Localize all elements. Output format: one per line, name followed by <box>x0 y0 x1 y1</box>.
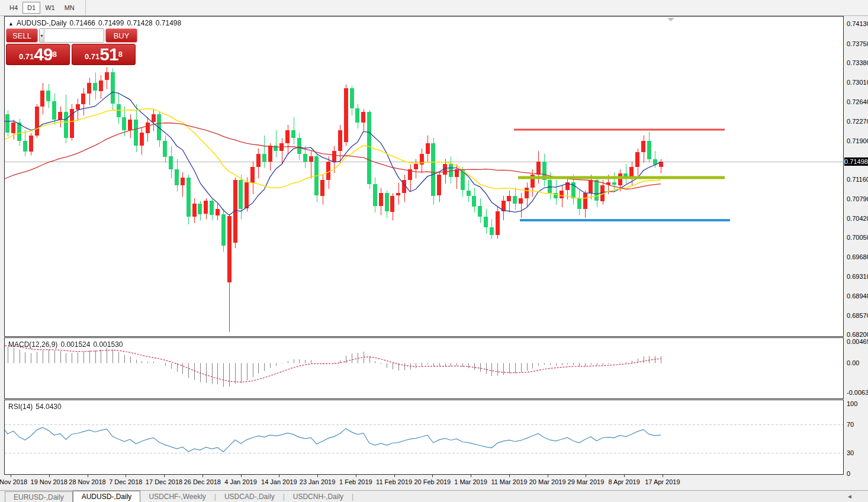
timeframe-button-w1[interactable]: W1 <box>40 2 60 14</box>
macd-name: MACD(12,26,9) <box>8 340 57 349</box>
macd-canvas[interactable] <box>5 338 843 398</box>
rsi-value: 54.0430 <box>36 403 61 411</box>
rsi-axis-label: 100 <box>847 400 857 407</box>
buy-price-box[interactable]: 0.71518 <box>72 44 136 65</box>
sell-price-pips: 49 <box>34 46 52 63</box>
time-axis-label: 4 Jan 2019 <box>224 478 256 485</box>
buy-price-pips: 51 <box>99 46 118 63</box>
ohlc-open: 0.71466 <box>70 19 95 27</box>
timeframe-toolbar: H4 D1 W1 MN <box>0 0 868 16</box>
time-axis-tick <box>586 475 586 477</box>
chart-title: ▲AUDUSD-,Daily0.714660.714990.714280.714… <box>8 19 184 27</box>
time-axis-label: 11 Feb 2019 <box>376 478 412 485</box>
current-price-label: 0.71498 <box>844 157 868 166</box>
time-axis-tick <box>548 475 548 477</box>
chart-shift-marker-icon[interactable] <box>667 18 674 21</box>
time-axis-label: 17 Apr 2019 <box>645 478 680 485</box>
macd-axis-label: 0.00 <box>847 359 859 366</box>
price-axis-label: 0.69310 <box>847 273 868 280</box>
rsi-axis-label: 70 <box>847 421 854 428</box>
time-axis-label: 7 Dec 2018 <box>109 478 142 485</box>
time-axis-tick <box>356 475 356 477</box>
price-axis-label: 0.68940 <box>847 292 868 300</box>
rsi-axis-label: 30 <box>847 449 854 456</box>
timeframe-button-h4[interactable]: H4 <box>5 2 22 14</box>
trading-platform-window: H4 D1 W1 MN ▲AUDUSD-,Daily0.714660.71499… <box>0 0 868 502</box>
time-axis-tick <box>471 475 471 477</box>
main-chart-pane: ▲AUDUSD-,Daily0.714660.714990.714280.714… <box>4 16 844 337</box>
ohlc-low: 0.71428 <box>127 19 152 27</box>
price-axis[interactable]: 0.741300.737500.733800.730100.726400.722… <box>844 0 868 491</box>
tab-usdchf-weekly[interactable]: USDCHF-,Weekly <box>140 491 214 502</box>
time-axis-tick <box>126 475 126 477</box>
macd-axis-label: 0.004694 <box>847 338 868 345</box>
time-axis-label: 20 Feb 2019 <box>414 478 451 485</box>
price-axis-label: 0.73750 <box>847 40 868 47</box>
chart-symbol-label: AUDUSD-,Daily <box>17 19 67 27</box>
rsi-pane: RSI(14)54.0430 <box>4 400 844 475</box>
time-axis-tick <box>663 475 663 477</box>
price-axis-label: 0.69680 <box>847 253 868 260</box>
price-axis-label: 0.68570 <box>847 312 868 319</box>
time-axis-tick <box>88 475 88 477</box>
tab-usdcad-daily[interactable]: USDCAD-,Daily <box>216 491 283 502</box>
time-axis-label: 19 Nov 2018 <box>31 478 67 485</box>
tab-separator: | <box>352 491 353 502</box>
time-axis-label: 8 Apr 2019 <box>609 478 640 485</box>
price-axis-label: 0.68200 <box>847 331 868 338</box>
timeframe-button-d1[interactable]: D1 <box>22 2 40 14</box>
sell-button[interactable]: SELL <box>6 28 38 43</box>
tab-eurusd-daily[interactable]: EURUSD-,Daily <box>5 491 73 502</box>
buy-price-prefix: 0.71 <box>85 51 99 63</box>
volume-decrease-button[interactable]: ▼ <box>40 29 44 42</box>
rsi-canvas[interactable] <box>5 400 843 474</box>
time-axis-label: 9 Nov 2018 <box>0 478 27 485</box>
chart-collapse-icon[interactable]: ▲ <box>8 21 14 27</box>
time-axis-label: 26 Dec 2018 <box>184 478 221 485</box>
macd-axis-label: -0.00639 <box>847 389 868 396</box>
tab-scroll-left-icon[interactable]: ◄ <box>847 493 853 500</box>
macd-signal-value: 0.001530 <box>93 340 123 349</box>
price-axis-label: 0.73010 <box>847 79 868 86</box>
one-click-trading-panel: SELL ▼ ▲ BUY 0.71498 0.71518 <box>6 28 137 65</box>
time-axis-label: 1 Mar 2019 <box>454 478 487 485</box>
rsi-name: RSI(14) <box>8 403 33 411</box>
buy-price-point: 8 <box>118 44 123 65</box>
time-axis-label: 11 Mar 2019 <box>491 478 527 485</box>
timeframe-button-mn[interactable]: MN <box>60 2 79 14</box>
tab-audusd-daily[interactable]: AUDUSD-,Daily <box>73 491 141 502</box>
volume-input[interactable] <box>44 29 104 42</box>
ohlc-close: 0.71498 <box>156 19 181 27</box>
price-axis-label: 0.71900 <box>847 137 868 144</box>
time-axis-tick <box>279 475 279 477</box>
price-axis-label: 0.70790 <box>847 195 868 202</box>
time-axis-label: 1 Feb 2019 <box>339 478 372 485</box>
time-axis-tick <box>624 475 625 477</box>
macd-pane: MACD(12,26,9)0.0015240.001530 <box>4 337 844 399</box>
time-axis-tick <box>11 475 11 477</box>
buy-button[interactable]: BUY <box>105 28 137 43</box>
time-axis-tick <box>164 475 165 477</box>
time-axis-label: 28 Nov 2018 <box>69 478 105 485</box>
price-axis-label: 0.74130 <box>847 20 868 27</box>
rsi-label: RSI(14)54.0430 <box>8 403 65 411</box>
price-axis-label: 0.72640 <box>847 98 868 105</box>
price-axis-label: 0.71160 <box>847 176 868 183</box>
macd-label: MACD(12,26,9)0.0015240.001530 <box>8 340 126 349</box>
sell-price-box[interactable]: 0.71498 <box>6 44 70 65</box>
sell-price-prefix: 0.71 <box>19 51 34 63</box>
time-axis-tick <box>394 475 395 477</box>
time-axis-tick <box>49 475 50 477</box>
macd-value: 0.001524 <box>60 340 90 349</box>
time-axis-tick <box>432 475 433 477</box>
time-axis[interactable]: 9 Nov 201819 Nov 201828 Nov 20187 Dec 20… <box>5 475 843 490</box>
ohlc-high: 0.71499 <box>98 19 124 27</box>
tab-usdcnh-daily[interactable]: USDCNH-,Daily <box>285 491 352 502</box>
rsi-axis-label: 0 <box>847 470 850 477</box>
time-axis-label: 17 Dec 2018 <box>146 478 182 485</box>
time-axis-tick <box>241 475 242 477</box>
time-axis-label: 14 Jan 2019 <box>261 478 297 485</box>
price-axis-label: 0.73380 <box>847 59 868 66</box>
chart-tab-bar: EURUSD-,Daily AUDUSD-,Daily USDCHF-,Week… <box>0 490 868 502</box>
volume-stepper: ▼ ▲ <box>39 28 104 43</box>
